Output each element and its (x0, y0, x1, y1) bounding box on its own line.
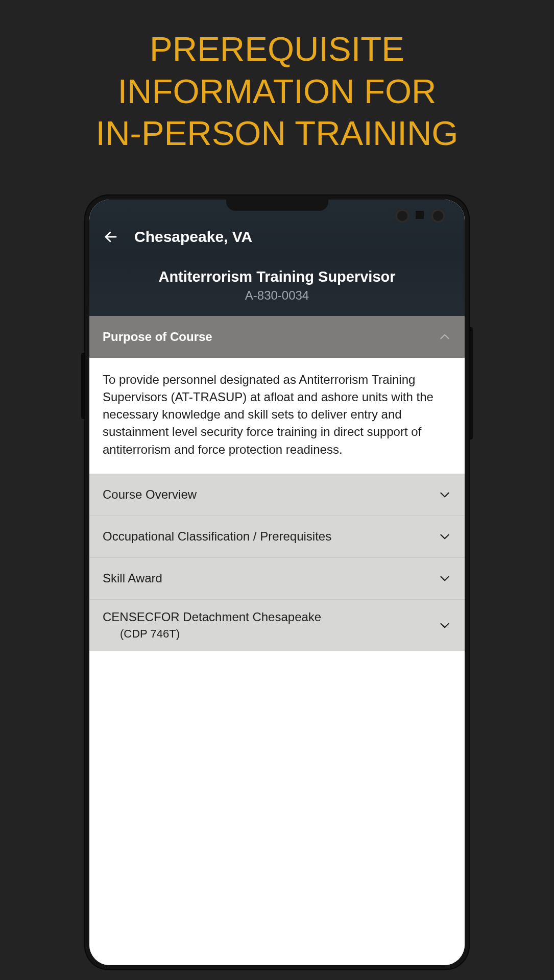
section-purpose-label: Purpose of Course (103, 330, 212, 344)
course-header: Antiterrorism Training Supervisor A-830-… (89, 256, 465, 316)
promo-line-3: IN-PERSON TRAINING (96, 114, 459, 152)
section-purpose-header[interactable]: Purpose of Course (89, 316, 465, 358)
section-detachment-labels: CENSECFOR Detachment Chesapeake (CDP 746… (103, 610, 321, 641)
promo-line-2: INFORMATION FOR (117, 72, 436, 110)
section-overview-header[interactable]: Course Overview (89, 474, 465, 516)
chevron-down-icon (438, 619, 451, 632)
chevron-up-icon (438, 330, 451, 344)
back-button[interactable] (102, 228, 120, 246)
phone-frame: Chesapeake, VA Antiterrorism Training Su… (84, 194, 470, 970)
section-prereq-header[interactable]: Occupational Classification / Prerequisi… (89, 516, 465, 557)
section-detachment-header[interactable]: CENSECFOR Detachment Chesapeake (CDP 746… (89, 599, 465, 651)
section-skill-label: Skill Award (103, 571, 162, 585)
promo-line-1: PREREQUISITE (150, 30, 404, 68)
section-detachment-label: CENSECFOR Detachment Chesapeake (103, 610, 321, 624)
content-spacer (89, 651, 465, 966)
section-purpose-body: To provide personnel designated as Antit… (89, 358, 465, 473)
phone-notch (226, 200, 328, 211)
chevron-down-icon (438, 530, 451, 543)
chevron-down-icon (438, 572, 451, 585)
course-code: A-830-0034 (100, 288, 454, 303)
header-location: Chesapeake, VA (134, 228, 252, 246)
section-skill-header[interactable]: Skill Award (89, 557, 465, 599)
section-prereq-label: Occupational Classification / Prerequisi… (103, 529, 331, 544)
section-detachment-sublabel: (CDP 746T) (120, 627, 321, 641)
camera-hole-icon (395, 209, 410, 223)
back-arrow-icon (103, 229, 118, 244)
promo-title: PREREQUISITE INFORMATION FOR IN-PERSON T… (96, 28, 459, 155)
course-title: Antiterrorism Training Supervisor (100, 268, 454, 285)
phone-screen: Chesapeake, VA Antiterrorism Training Su… (89, 200, 465, 965)
camera-hole-icon (431, 209, 445, 223)
camera-sensor-icon (416, 211, 424, 219)
section-overview-label: Course Overview (103, 487, 197, 502)
chevron-down-icon (438, 488, 451, 501)
